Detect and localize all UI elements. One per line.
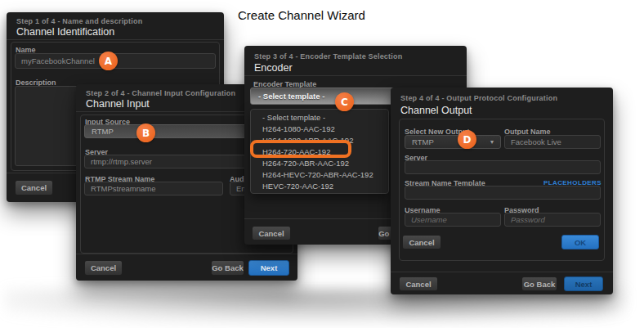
ok-button[interactable]: OK	[561, 235, 599, 249]
next-button[interactable]: Next	[248, 260, 289, 276]
next-button[interactable]: Next	[564, 276, 603, 291]
callout-badge-b: B	[136, 124, 155, 142]
server-input[interactable]	[405, 160, 601, 174]
dialog-title: Channel Identification	[16, 26, 114, 38]
list-item[interactable]: H264-HEVC-720-ABR-AAC-192	[251, 169, 388, 181]
list-item[interactable]: HEVC-720-AAC-192	[251, 181, 388, 192]
chevron-down-icon: ▾	[490, 138, 494, 146]
callout-badge-d: D	[458, 130, 476, 149]
step-indicator: Step 1 of 4 - Name and description	[16, 17, 142, 25]
dialog-title: Channel Input	[86, 98, 150, 110]
dialog-channel-output: Step 4 of 4 - Output Protocol Configurat…	[391, 88, 613, 294]
footer-divider	[76, 254, 297, 254]
cancel-button[interactable]: Cancel	[84, 260, 123, 276]
list-item[interactable]: H264-1080-AAC-192	[251, 124, 388, 135]
output-name-input[interactable]: Facebook Live	[504, 135, 601, 149]
step-indicator: Step 3 of 4 - Encoder Template Selection	[254, 52, 402, 61]
rtmp-stream-name-input[interactable]: RTMPstreamname	[84, 182, 223, 195]
stream-name-template-input[interactable]	[405, 186, 601, 200]
list-item[interactable]: H264-720-ABR-AAC-192	[251, 158, 388, 169]
select-new-output-dropdown[interactable]: RTMP ▾	[405, 135, 501, 149]
list-item[interactable]: - Select template -	[251, 112, 388, 124]
create-channel-wizard-screen: Create Channel Wizard Step 1 of 4 - Name…	[0, 0, 644, 328]
dialog-title: Encoder	[254, 62, 293, 74]
header-divider	[7, 39, 224, 40]
callout-badge-c: C	[335, 92, 354, 111]
footer-divider	[391, 272, 613, 272]
cancel-button[interactable]: Cancel	[15, 180, 53, 195]
cancel-button[interactable]: Cancel	[399, 276, 438, 291]
step-indicator: Step 4 of 4 - Output Protocol Configurat…	[400, 94, 557, 102]
go-back-button[interactable]: Go Back	[211, 260, 244, 276]
callout-badge-a: A	[99, 52, 118, 70]
dialog-title: Channel Output	[400, 105, 472, 116]
select-new-output-value: RTMP	[412, 137, 434, 146]
cancel-output-button[interactable]: Cancel	[402, 235, 441, 249]
cancel-button[interactable]: Cancel	[252, 226, 291, 240]
go-back-button[interactable]: Go Back	[521, 276, 557, 291]
step-indicator: Step 2 of 4 - Channel Input Configuratio…	[86, 89, 235, 97]
username-input[interactable]: Username	[405, 213, 501, 227]
header-divider	[244, 75, 467, 76]
password-input[interactable]: Password	[504, 213, 601, 227]
highlight-rectangle	[250, 140, 351, 158]
page-title: Create Channel Wizard	[238, 8, 365, 22]
